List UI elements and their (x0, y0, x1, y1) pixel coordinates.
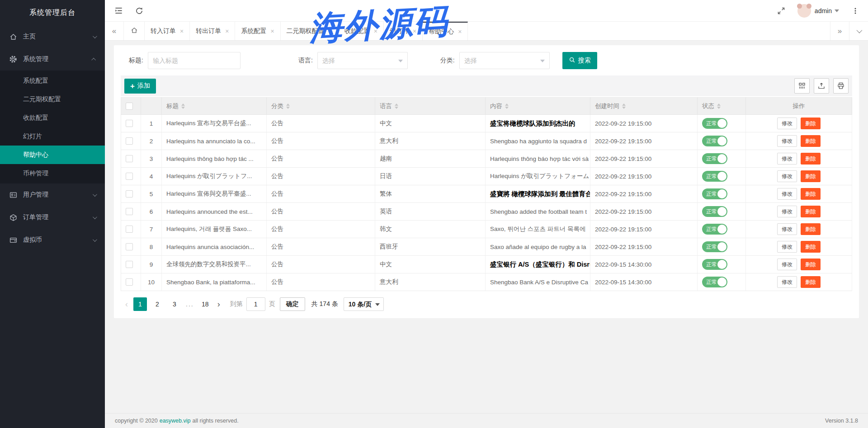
sort-icon[interactable] (181, 103, 185, 109)
row-checkbox[interactable] (126, 190, 133, 198)
edit-button[interactable]: 修改 (777, 223, 797, 235)
close-tab-icon[interactable]: × (374, 28, 377, 34)
add-button[interactable]: + 添加 (124, 79, 156, 94)
avatar[interactable] (797, 4, 811, 18)
row-checkbox[interactable] (126, 208, 133, 215)
easyweb-link[interactable]: easyweb.vip (160, 418, 191, 424)
refresh-icon[interactable] (135, 6, 144, 15)
sidebar-item-orders[interactable]: 订单管理 (0, 206, 105, 229)
status-toggle[interactable]: 正常 (702, 153, 727, 164)
column-header[interactable]: 语言 (375, 98, 486, 115)
sidebar-item-system[interactable]: 系统管理 (0, 48, 105, 71)
sidebar-toggle-icon[interactable] (114, 6, 123, 15)
edit-button[interactable]: 修改 (777, 153, 797, 165)
close-tab-icon[interactable]: × (458, 28, 462, 35)
sidebar-subitem[interactable]: 系统配置 (0, 71, 105, 90)
home-tab[interactable] (124, 22, 145, 40)
edit-button[interactable]: 修改 (777, 206, 797, 217)
edit-button[interactable]: 修改 (777, 259, 797, 270)
tab-item[interactable]: 转出订单× (190, 22, 235, 40)
delete-button[interactable]: 删除 (801, 170, 821, 182)
edit-button[interactable]: 修改 (777, 170, 797, 182)
sidebar-item-users[interactable]: 用户管理 (0, 183, 105, 206)
row-checkbox[interactable] (126, 261, 133, 268)
title-filter-input[interactable] (148, 52, 241, 69)
category-filter-select[interactable]: 选择 (459, 52, 550, 69)
status-toggle[interactable]: 正常 (702, 277, 727, 287)
status-toggle[interactable]: 正常 (702, 206, 727, 217)
row-checkbox[interactable] (126, 155, 133, 162)
edit-button[interactable]: 修改 (777, 188, 797, 200)
sidebar-item-crypto[interactable]: 虚拟币 (0, 229, 105, 251)
sort-icon[interactable] (395, 103, 398, 109)
delete-button[interactable]: 删除 (801, 223, 821, 235)
delete-button[interactable]: 删除 (801, 259, 821, 270)
select-all-checkbox[interactable] (126, 103, 133, 110)
close-tab-icon[interactable]: × (270, 28, 274, 34)
delete-button[interactable]: 删除 (801, 118, 821, 129)
columns-toggle-button[interactable] (794, 78, 810, 94)
delete-button[interactable]: 删除 (801, 276, 821, 288)
sort-icon[interactable] (622, 103, 626, 109)
row-checkbox[interactable] (126, 120, 133, 127)
tabs-menu-button[interactable] (849, 22, 868, 40)
print-button[interactable] (833, 78, 849, 94)
next-page-button[interactable]: › (214, 300, 224, 309)
tab-item[interactable]: 幻灯片× (384, 22, 423, 40)
search-button[interactable]: 搜索 (562, 52, 597, 69)
delete-button[interactable]: 删除 (801, 153, 821, 165)
sort-icon[interactable] (505, 103, 509, 109)
column-header[interactable]: 状态 (698, 98, 746, 115)
sidebar-subitem[interactable]: 币种管理 (0, 164, 105, 183)
tab-item[interactable]: 收款配置× (339, 22, 384, 40)
column-header[interactable]: 内容 (486, 98, 590, 115)
tabs-scroll-left-button[interactable]: « (105, 22, 124, 40)
close-tab-icon[interactable]: × (413, 28, 416, 34)
page-button[interactable]: 18 (198, 297, 212, 311)
status-toggle[interactable]: 正常 (702, 136, 727, 146)
row-checkbox[interactable] (126, 278, 133, 286)
sidebar-subitem[interactable]: 幻灯片 (0, 127, 105, 146)
status-toggle[interactable]: 正常 (702, 171, 727, 182)
delete-button[interactable]: 删除 (801, 188, 821, 200)
tabs-scroll-right-button[interactable]: » (830, 22, 849, 40)
goto-page-input[interactable] (246, 297, 265, 311)
prev-page-button[interactable]: ‹ (122, 300, 132, 309)
column-header[interactable]: 标题 (162, 98, 267, 115)
sort-icon[interactable] (286, 103, 290, 109)
status-toggle[interactable]: 正常 (702, 241, 727, 252)
edit-button[interactable]: 修改 (777, 241, 797, 253)
sidebar-subitem[interactable]: 收款配置 (0, 108, 105, 127)
close-tab-icon[interactable]: × (180, 28, 184, 34)
edit-button[interactable]: 修改 (777, 276, 797, 288)
status-toggle[interactable]: 正常 (702, 188, 727, 199)
fullscreen-icon[interactable] (777, 6, 786, 15)
language-filter-select[interactable]: 选择 (317, 52, 408, 69)
sidebar-subitem[interactable]: 帮助中心 (0, 146, 105, 164)
column-header[interactable]: 创建时间 (590, 98, 698, 115)
column-header[interactable]: 分类 (267, 98, 375, 115)
status-toggle[interactable]: 正常 (702, 118, 727, 129)
delete-button[interactable]: 删除 (801, 135, 821, 147)
edit-button[interactable]: 修改 (777, 135, 797, 147)
page-button[interactable]: 1 (133, 297, 147, 311)
status-toggle[interactable]: 正常 (702, 224, 727, 235)
tab-item[interactable]: 帮助中心× (423, 22, 468, 40)
tab-item[interactable]: 转入订单× (145, 22, 190, 40)
tab-item[interactable]: 二元期权配置× (281, 22, 339, 40)
user-menu[interactable]: admin (815, 7, 832, 14)
edit-button[interactable]: 修改 (777, 118, 797, 129)
page-button[interactable]: 2 (151, 297, 164, 311)
sidebar-subitem[interactable]: 二元期权配置 (0, 90, 105, 108)
status-toggle[interactable]: 正常 (702, 259, 727, 270)
delete-button[interactable]: 删除 (801, 206, 821, 217)
page-button[interactable]: 3 (168, 297, 181, 311)
row-checkbox[interactable] (126, 226, 133, 233)
tab-item[interactable]: 系统配置× (235, 22, 280, 40)
delete-button[interactable]: 删除 (801, 241, 821, 253)
close-tab-icon[interactable]: × (329, 28, 332, 34)
row-checkbox[interactable] (126, 173, 133, 180)
confirm-button[interactable]: 确定 (280, 297, 305, 311)
more-menu-icon[interactable] (851, 6, 860, 15)
close-tab-icon[interactable]: × (225, 28, 229, 34)
